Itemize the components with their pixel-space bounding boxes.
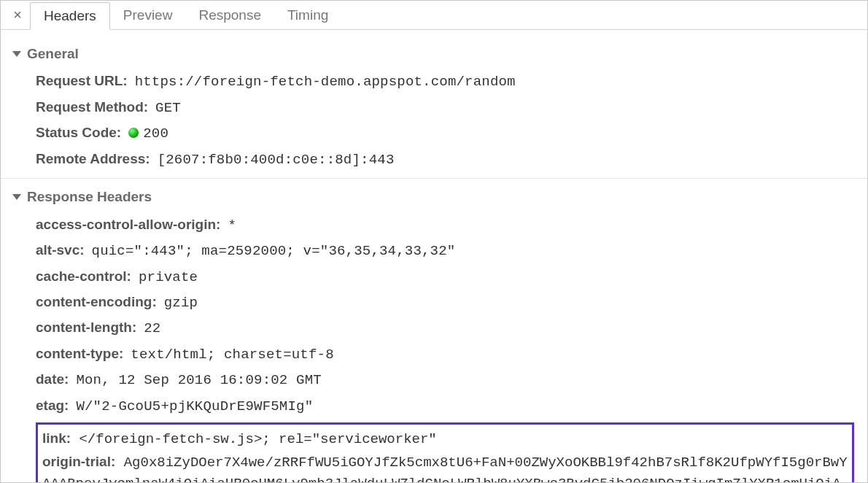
value-cache: private <box>139 267 198 288</box>
network-headers-panel: × Headers Preview Response Timing Genera… <box>0 0 868 483</box>
headers-content: General Request URL: https://foreign-fet… <box>1 30 867 483</box>
chevron-down-icon <box>12 51 21 57</box>
label-status-code: Status Code: <box>36 122 121 143</box>
value-status-code: 200 <box>128 123 168 144</box>
label-origin-trial: origin-trial: <box>42 454 115 469</box>
value-request-url: https://foreign-fetch-demo.appspot.com/r… <box>135 72 516 93</box>
status-ok-icon <box>128 128 139 138</box>
label-ctype: content-type: <box>36 343 123 364</box>
status-code-text: 200 <box>143 125 168 142</box>
row-clen: content-length: 22 <box>36 315 854 341</box>
chevron-down-icon <box>12 194 21 200</box>
row-link: link: </foreign-fetch-sw.js>; rel="servi… <box>42 428 848 450</box>
section-response-headers: Response Headers access-control-allow-or… <box>1 179 867 483</box>
tab-bar: × Headers Preview Response Timing <box>1 1 867 30</box>
label-link: link: <box>42 430 71 446</box>
row-request-url: Request URL: https://foreign-fetch-demo.… <box>36 69 854 94</box>
value-date: Mon, 12 Sep 2016 16:09:02 GMT <box>76 370 321 391</box>
section-general-toggle[interactable]: General <box>1 42 867 69</box>
value-acao: * <box>228 215 236 236</box>
row-date: date: Mon, 12 Sep 2016 16:09:02 GMT <box>36 367 854 393</box>
tab-timing[interactable]: Timing <box>274 1 341 29</box>
label-acao: access-control-allow-origin: <box>36 214 220 235</box>
label-request-method: Request Method: <box>36 96 148 117</box>
value-cenc: gzip <box>164 293 198 314</box>
value-altsvc: quic=":443"; ma=2592000; v="36,35,34,33,… <box>92 241 456 262</box>
row-cenc: content-encoding: gzip <box>36 290 854 315</box>
row-status-code: Status Code: 200 <box>36 120 854 146</box>
close-icon: × <box>13 7 22 23</box>
label-remote-address: Remote Address: <box>36 148 150 169</box>
tabs-container: Headers Preview Response Timing <box>30 1 341 29</box>
label-clen: content-length: <box>36 317 136 338</box>
highlight-box: link: </foreign-fetch-sw.js>; rel="servi… <box>36 422 854 483</box>
row-etag: etag: W/"2-GcoU5+pjKKQuDrE9WF5MIg" <box>36 393 854 419</box>
section-response-headers-toggle[interactable]: Response Headers <box>1 185 867 212</box>
response-headers-items: access-control-allow-origin: * alt-svc: … <box>1 212 867 420</box>
tab-response[interactable]: Response <box>185 1 274 29</box>
general-items: Request URL: https://foreign-fetch-demo.… <box>1 69 867 172</box>
row-cache: cache-control: private <box>36 264 854 290</box>
value-etag: W/"2-GcoU5+pjKKQuDrE9WF5MIg" <box>76 396 313 417</box>
label-etag: etag: <box>36 395 69 416</box>
label-cache: cache-control: <box>36 266 131 287</box>
row-request-method: Request Method: GET <box>36 95 854 120</box>
close-button[interactable]: × <box>5 1 30 29</box>
row-remote-address: Remote Address: [2607:f8b0:400d:c0e::8d]… <box>36 147 854 172</box>
section-general: General Request URL: https://foreign-fet… <box>1 36 867 179</box>
value-remote-address: [2607:f8b0:400d:c0e::8d]:443 <box>158 150 395 171</box>
value-clen: 22 <box>144 318 160 339</box>
section-response-headers-title: Response Headers <box>27 186 152 207</box>
tab-preview[interactable]: Preview <box>110 1 186 29</box>
value-request-method: GET <box>155 98 181 119</box>
row-altsvc: alt-svc: quic=":443"; ma=2592000; v="36,… <box>36 238 854 263</box>
row-ctype: content-type: text/html; charset=utf-8 <box>36 341 854 367</box>
row-acao: access-control-allow-origin: * <box>36 212 854 238</box>
label-altsvc: alt-svc: <box>36 239 85 260</box>
value-link: </foreign-fetch-sw.js>; rel="servicework… <box>79 431 436 447</box>
section-general-title: General <box>27 43 79 64</box>
row-origin-trial: origin-trial: Ag0x8iZyDOer7X4we/zRRFfWU5… <box>42 451 848 483</box>
label-date: date: <box>36 368 69 390</box>
value-ctype: text/html; charset=utf-8 <box>131 344 333 366</box>
label-cenc: content-encoding: <box>36 291 157 312</box>
tab-headers[interactable]: Headers <box>30 2 110 30</box>
label-request-url: Request URL: <box>36 70 128 91</box>
value-origin-trial: Ag0x8iZyDOer7X4we/zRRFfWU5iGOYJfZk5cmx8t… <box>42 455 848 483</box>
